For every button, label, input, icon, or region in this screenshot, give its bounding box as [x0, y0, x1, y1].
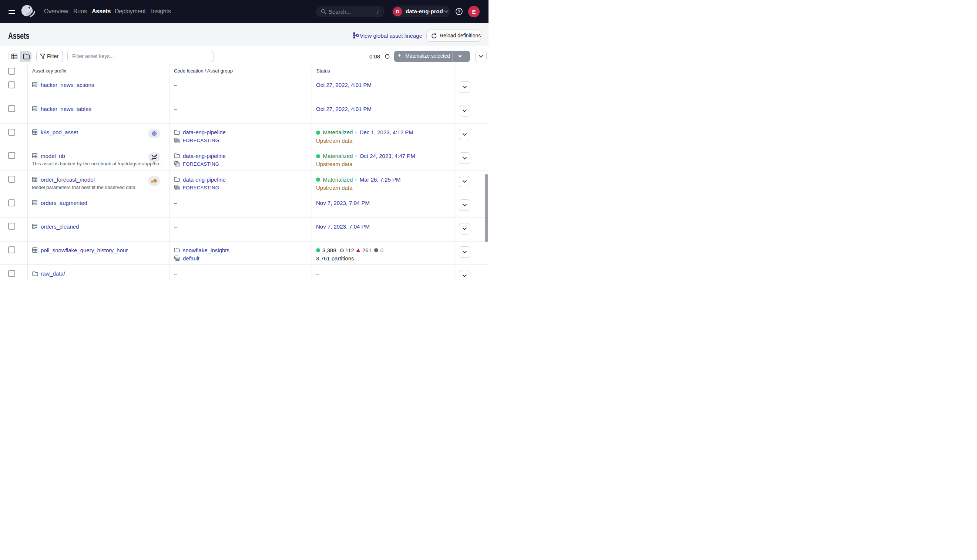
svg-text:?: ? — [458, 9, 461, 14]
